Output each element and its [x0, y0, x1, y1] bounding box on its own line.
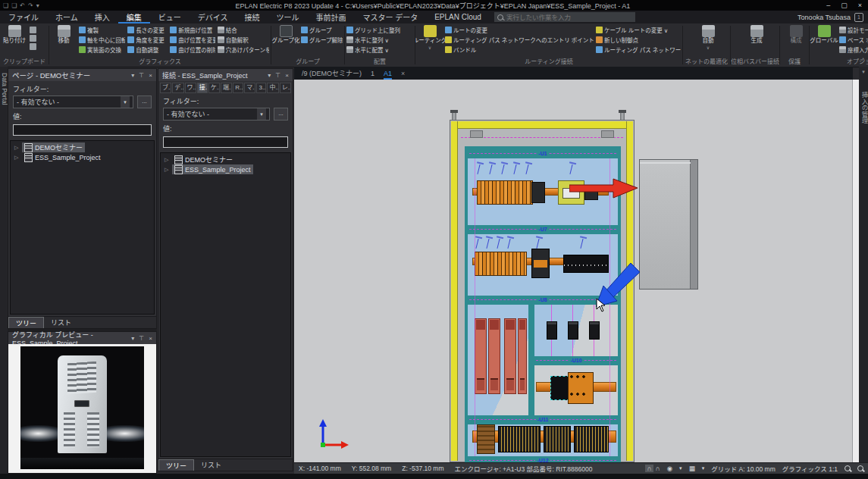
panel-dropdown-icon[interactable]: ▾: [131, 72, 134, 79]
panel-dropdown-icon[interactable]: ▾: [268, 72, 271, 79]
tree-item-demo-seminar[interactable]: ▷DEMOセミナー: [11, 142, 154, 152]
auto-net-button[interactable]: 自動∨: [695, 25, 721, 50]
align-horizontal-item[interactable]: 水平に整列 ∨: [346, 35, 413, 44]
filter-more-button[interactable]: ...: [137, 95, 152, 108]
tab-preplanning[interactable]: 事前計画: [307, 11, 354, 23]
angle-change-item[interactable]: 角度を変更: [127, 35, 168, 44]
value-input[interactable]: [13, 124, 152, 136]
tab-cable[interactable]: ケ...: [208, 83, 220, 93]
route-change-item[interactable]: ルートの変更: [445, 25, 594, 34]
open-icon[interactable]: ❏: [11, 2, 17, 9]
routing-button[interactable]: ルーティング∨: [417, 25, 443, 50]
panel-pin-icon[interactable]: ⊤: [275, 72, 280, 79]
cut-icon[interactable]: [30, 27, 36, 33]
group-item[interactable]: グループ: [301, 25, 343, 34]
tab-file[interactable]: ファイル: [0, 11, 47, 23]
auto-adjust-item[interactable]: 自動調整: [127, 45, 168, 54]
delete-icon[interactable]: [30, 43, 36, 50]
list-tab[interactable]: リスト: [44, 317, 78, 328]
duplicate-item[interactable]: 複製: [79, 25, 125, 34]
generate-button[interactable]: 生成: [744, 25, 769, 44]
tree-item-ess-sample[interactable]: ▷ESS_Sample_Project: [161, 164, 290, 174]
tab-master-data[interactable]: マスター データ: [354, 11, 426, 23]
tab-connection[interactable]: 接続: [236, 11, 268, 23]
command-search[interactable]: [494, 12, 635, 22]
tab-r[interactable]: R...: [233, 83, 243, 93]
group-button[interactable]: グループ化: [273, 25, 299, 44]
filter-dropdown[interactable]: - 有効でない - ▾: [163, 108, 270, 121]
merge-item[interactable]: 結合: [218, 25, 269, 34]
panel-close-icon[interactable]: ×: [149, 335, 152, 342]
tab-w[interactable]: ワ...: [185, 83, 196, 93]
3d-layout-canvas[interactable]: -U1 -U7: [294, 80, 853, 462]
delete-bend-item[interactable]: 曲げ位置の削除: [170, 45, 215, 54]
undo-icon[interactable]: ↶: [20, 2, 25, 9]
tab-terminal[interactable]: 端...: [221, 83, 232, 93]
panel-pin-icon[interactable]: ⊤: [139, 72, 144, 79]
tab-connection[interactable]: 接..: [197, 83, 208, 93]
tab-tools[interactable]: ツール: [268, 11, 307, 23]
ungroup-item[interactable]: グループ解除: [301, 35, 343, 44]
grid-dropdown-icon[interactable]: ▾: [702, 465, 705, 471]
cable-route-item[interactable]: ケーブル ルートの変更 ∨: [596, 25, 681, 34]
tab-b[interactable]: ブ...: [160, 83, 171, 93]
tree-item-demo-seminar[interactable]: ▷DEMOセミナー: [161, 155, 290, 164]
copy-icon[interactable]: [30, 35, 36, 42]
new-icon[interactable]: ❏: [3, 2, 8, 9]
tab-page-1[interactable]: 1: [371, 70, 374, 77]
visibility-icon[interactable]: ◉: [667, 465, 672, 472]
tab-edit[interactable]: 編集: [118, 11, 150, 23]
panel-pin-icon[interactable]: ⊤: [139, 335, 144, 342]
close-button[interactable]: ×: [858, 2, 862, 9]
value-input[interactable]: [163, 136, 288, 148]
tab-d[interactable]: デ...: [172, 83, 183, 93]
align-grid-item[interactable]: グリッド上に整列: [346, 25, 413, 34]
list-tab[interactable]: リスト: [194, 459, 228, 471]
minimize-button[interactable]: –: [826, 2, 830, 9]
user-account[interactable]: Tonooka Tsubasa 1: [797, 13, 863, 22]
rotate-axis-item[interactable]: 軸を中心に回転: [79, 35, 125, 44]
design-mode-item[interactable]: 設計モード: [839, 25, 868, 34]
tab-close-icon[interactable]: ×: [401, 70, 405, 77]
control-point-item[interactable]: 新しい制御点: [596, 35, 681, 44]
zoom-out-icon[interactable]: [857, 465, 863, 471]
command-search-input[interactable]: [506, 14, 632, 21]
length-change-item[interactable]: 長さの変更: [127, 25, 168, 34]
tab-eplan-cloud[interactable]: EPLAN Cloud: [426, 11, 490, 23]
graphics-scale[interactable]: グラフィックス 1:1: [782, 464, 838, 473]
distribute-horizontal-item[interactable]: 水平に配置 ∨: [346, 45, 413, 54]
tab-home[interactable]: ホーム: [47, 11, 86, 23]
restore-button[interactable]: ▢: [841, 2, 848, 9]
panel-dropdown-icon[interactable]: ▾: [131, 335, 134, 342]
swap-mounting-item[interactable]: 実装面の交換: [79, 45, 125, 54]
coordinate-input-item[interactable]: 座標入力: [839, 45, 868, 54]
move-button[interactable]: 移動: [51, 25, 77, 44]
tab-m[interactable]: マ...: [244, 83, 255, 93]
global-button[interactable]: グローバル: [811, 25, 837, 44]
grid-icon[interactable]: ▦: [689, 465, 695, 472]
change-bend-item[interactable]: 曲げ位置を変更: [170, 35, 215, 44]
tab-view[interactable]: ビュー: [150, 11, 190, 23]
drill-pattern-item[interactable]: 穴あけパターンを継承 ∨: [218, 45, 269, 54]
tree-tab[interactable]: ツリー: [158, 459, 194, 471]
insert-management-tab[interactable]: 挿入の管理: [860, 92, 868, 124]
tab-naka[interactable]: 中...: [267, 83, 278, 93]
new-bend-item[interactable]: 新規曲げ位置: [170, 25, 215, 34]
dock-menu-icon[interactable]: ▾: [859, 69, 868, 75]
entry-point-item[interactable]: ルーティング パス ネットワークへのエントリ ポイント ∨: [445, 35, 594, 44]
filter-more-button[interactable]: ...: [274, 108, 288, 121]
zoom-in-icon[interactable]: [844, 465, 851, 471]
snap-magnet-icon[interactable]: ∩: [645, 465, 653, 472]
tab-layer[interactable]: レ...: [280, 83, 291, 93]
snap-magnet2-icon[interactable]: ∩: [656, 465, 660, 472]
tab-group-label[interactable]: /9 (DEMOセミナー): [302, 68, 362, 78]
ribbon-collapse-icon[interactable]: ˄: [861, 56, 865, 63]
tab-insert[interactable]: 挿入: [86, 11, 118, 23]
tab-3[interactable]: 3...: [256, 83, 266, 93]
panel-close-icon[interactable]: ×: [149, 72, 152, 79]
tab-a1-active[interactable]: A1: [384, 67, 392, 80]
filter-dropdown[interactable]: - 有効でない - ▾: [13, 95, 133, 108]
grid-size[interactable]: グリッド A: 10.00 mm: [711, 464, 776, 473]
visibility-dropdown-icon[interactable]: ▾: [679, 465, 682, 471]
path-network-item[interactable]: ルーティング パス ネットワークの生成 ∨: [596, 45, 681, 54]
